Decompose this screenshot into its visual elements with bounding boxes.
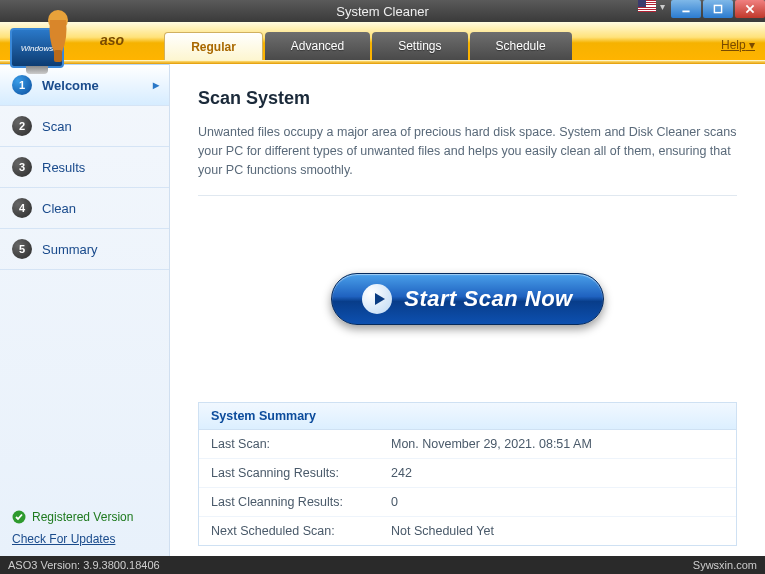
sidebar-footer: Registered Version Check For Updates [0,500,169,556]
svg-rect-1 [714,5,721,12]
summary-row: Last Cleanning Results: 0 [199,488,736,517]
registered-status: Registered Version [12,510,157,524]
close-button[interactable] [735,0,765,18]
help-link[interactable]: Help ▾ [721,38,755,52]
step-list: 1 Welcome 2 Scan 3 Results 4 Clean 5 Sum… [0,64,169,500]
sidebar-step-summary[interactable]: 5 Summary [0,229,169,270]
main-area: 1 Welcome 2 Scan 3 Results 4 Clean 5 Sum… [0,64,765,556]
sidebar-step-scan[interactable]: 2 Scan [0,106,169,147]
check-circle-icon [12,510,26,524]
summary-value: 0 [391,495,398,509]
start-scan-button[interactable]: Start Scan Now [331,273,603,325]
sidebar-step-clean[interactable]: 4 Clean [0,188,169,229]
summary-title: System Summary [199,403,736,430]
maximize-button[interactable] [703,0,733,18]
step-number-icon: 5 [12,239,32,259]
window-controls [669,0,765,18]
content-pane: Scan System Unwanted files occupy a majo… [170,64,765,556]
version-label: ASO3 Version: 3.9.3800.18406 [8,559,160,571]
sidebar: 1 Welcome 2 Scan 3 Results 4 Clean 5 Sum… [0,64,170,556]
scan-button-area: Start Scan Now [198,196,737,402]
summary-row: Last Scan: Mon. November 29, 2021. 08:51… [199,430,736,459]
window-title: System Cleaner [336,4,428,19]
tab-schedule[interactable]: Schedule [470,32,572,60]
step-number-icon: 3 [12,157,32,177]
summary-value: 242 [391,466,412,480]
tab-regular[interactable]: Regular [164,32,263,60]
step-label: Scan [42,119,72,134]
step-number-icon: 2 [12,116,32,136]
summary-key: Next Scheduled Scan: [211,524,391,538]
minimize-button[interactable] [671,0,701,18]
sidebar-step-welcome[interactable]: 1 Welcome [0,64,169,106]
step-label: Clean [42,201,76,216]
tab-bar: Regular Advanced Settings Schedule [164,32,573,60]
chevron-down-icon: ▾ [660,1,665,12]
scan-button-label: Start Scan Now [404,286,572,312]
status-bar: ASO3 Version: 3.9.3800.18406 Sywsxin.com [0,556,765,574]
summary-row: Next Scheduled Scan: Not Scheduled Yet [199,517,736,545]
sidebar-step-results[interactable]: 3 Results [0,147,169,188]
top-nav: Windows aso Regular Advanced Settings Sc… [0,22,765,60]
step-label: Welcome [42,78,99,93]
brand-text: aso [100,32,124,48]
check-updates-link[interactable]: Check For Updates [12,532,157,546]
summary-value: Not Scheduled Yet [391,524,494,538]
play-icon [362,284,392,314]
summary-key: Last Scan: [211,437,391,451]
locale-selector[interactable]: ▾ [638,0,665,12]
page-description: Unwanted files occupy a major area of pr… [198,123,737,196]
step-label: Summary [42,242,98,257]
titlebar: System Cleaner ▾ [0,0,765,22]
system-summary-panel: System Summary Last Scan: Mon. November … [198,402,737,546]
summary-key: Last Cleanning Results: [211,495,391,509]
page-heading: Scan System [198,88,737,109]
svg-marker-7 [375,293,385,305]
step-number-icon: 1 [12,75,32,95]
summary-value: Mon. November 29, 2021. 08:51 AM [391,437,592,451]
step-label: Results [42,160,85,175]
tab-settings[interactable]: Settings [372,32,467,60]
flag-us-icon [638,0,656,12]
summary-row: Last Scanning Results: 242 [199,459,736,488]
step-number-icon: 4 [12,198,32,218]
summary-key: Last Scanning Results: [211,466,391,480]
watermark: Sywsxin.com [693,559,757,571]
registered-label: Registered Version [32,510,133,524]
tab-advanced[interactable]: Advanced [265,32,370,60]
